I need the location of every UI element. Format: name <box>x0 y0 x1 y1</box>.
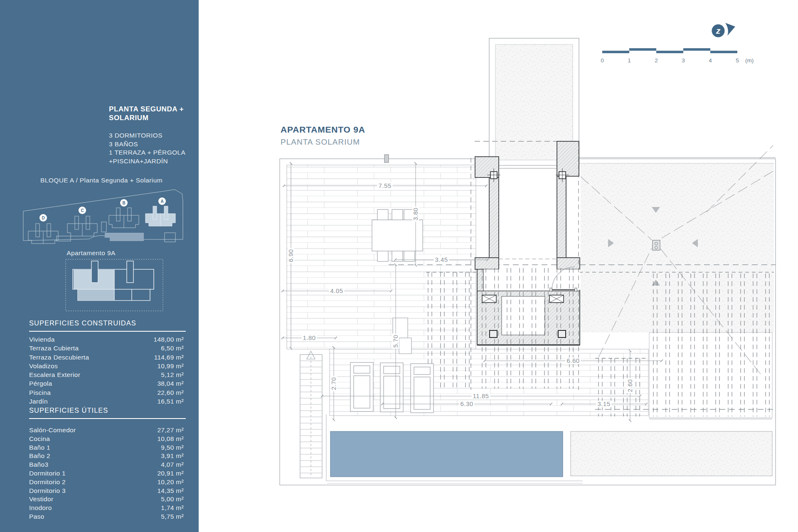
row-value: 3,91 m² <box>161 452 184 460</box>
surfaces-built-table: Vivienda148,00 m² Terraza Cubierta6,50 m… <box>29 336 184 406</box>
dimension-label: 3.15 <box>596 401 611 407</box>
dimension-label: 4.05 <box>329 288 344 294</box>
row-value: 4,07 m² <box>161 461 184 468</box>
table-row: Paso5,75 m² <box>29 513 184 522</box>
table-row: Piscina22,60 m² <box>29 389 184 398</box>
table-row: Vestidor5,00 m² <box>29 495 184 504</box>
row-value: 22,60 m² <box>157 389 184 397</box>
row-label: Baño 2 <box>29 452 50 460</box>
row-value: 6,50 m² <box>161 345 184 352</box>
floor-title: PLANTA SEGUNDA + SOLARIUM <box>109 105 184 122</box>
row-label: Paso <box>29 513 44 520</box>
site-plan-minimap: D C B A <box>20 186 191 249</box>
garden-area <box>571 431 772 476</box>
dimension-label: 3.45 <box>433 256 449 263</box>
dimension-label: 6.90 <box>288 248 294 263</box>
dimension-label: 2.70 <box>330 376 337 391</box>
table-row: Escalera Exterior5,12 m² <box>29 371 184 380</box>
row-label: Terraza Cubierta <box>29 345 79 352</box>
row-value: 5,75 m² <box>161 513 184 520</box>
dimension-label: 3.80 <box>412 206 419 222</box>
feature-item: 3 BAÑOS <box>109 140 185 149</box>
block-label: BLOQUE A / Planta Segunda + Solarium <box>12 177 190 184</box>
row-value: 27,27 m² <box>157 426 184 434</box>
row-value: 10,99 m² <box>157 362 184 370</box>
table-row: Vivienda148,00 m² <box>29 336 184 345</box>
row-label: Dormitorio 3 <box>29 487 66 495</box>
sun-loungers <box>350 362 433 413</box>
table-row: Terraza Cubierta6,50 m² <box>29 345 184 353</box>
row-value: 9,50 m² <box>161 444 184 451</box>
table-row: Pérgola38,04 m² <box>29 380 184 389</box>
dimension-label: 7.55 <box>377 182 392 189</box>
roof-drain <box>653 240 660 250</box>
feature-item: 1 TERRAZA + PÉRGOLA <box>109 148 185 157</box>
info-sidebar: PLANTA SEGUNDA + SOLARIUM 3 DORMITORIOS … <box>0 0 199 532</box>
exterior-staircase <box>300 351 322 478</box>
table-row: Cocina10,08 m² <box>29 435 184 444</box>
floor-title-line2: SOLARIUM <box>109 113 184 122</box>
row-value: 114,69 m² <box>154 354 184 361</box>
table-row: Jardín16,51 m² <box>29 398 184 406</box>
row-value: 5,00 m² <box>161 495 184 503</box>
table-row: Salón-Comedor27,27 m² <box>29 426 184 435</box>
floor-title-line1: PLANTA SEGUNDA + <box>109 105 184 113</box>
surfaces-built-title: SUPERFICIES CONSTRUIDAS <box>29 319 186 332</box>
dimension-label: 2.60 <box>627 378 633 393</box>
edge-column-marker <box>384 155 389 163</box>
row-label: Pérgola <box>29 380 52 387</box>
row-label: Inodoro <box>29 504 52 512</box>
dimension-label: 6.30 <box>459 401 474 407</box>
row-label: Jardín <box>29 398 48 405</box>
table-row: Baño 23,91 m² <box>29 452 184 461</box>
surfaces-useful-table: Salón-Comedor27,27 m² Cocina10,08 m² Bañ… <box>29 426 184 522</box>
row-label: Voladizos <box>29 362 58 370</box>
row-label: Dormitorio 1 <box>29 470 66 477</box>
feature-item: +PISCINA+JARDÍN <box>109 157 185 166</box>
row-value: 20,91 m² <box>157 470 184 477</box>
table-row: Dormitorio 210,20 m² <box>29 478 184 487</box>
dimension-label: 5.70 <box>392 333 399 349</box>
badge-a: A <box>160 199 163 204</box>
row-value: 38,04 m² <box>157 380 184 387</box>
row-label: Vestidor <box>29 495 53 503</box>
row-label: Baño3 <box>29 461 48 468</box>
table-row: Terraza Descubierta114,69 m² <box>29 354 184 362</box>
row-value: 16,51 m² <box>157 398 184 405</box>
dimension-label: 1.80 <box>301 335 317 341</box>
table-row: Voladizos10,99 m² <box>29 362 184 371</box>
table-row: Dormitorio 120,91 m² <box>29 470 184 478</box>
floor-plan-drawing <box>274 33 781 495</box>
row-label: Terraza Descubierta <box>29 354 89 361</box>
row-label: Vivienda <box>29 336 55 343</box>
dimension-label: 11.85 <box>472 393 490 399</box>
row-label: Piscina <box>29 389 51 397</box>
row-value: 1,74 m² <box>161 504 184 512</box>
table-row: Baño34,07 m² <box>29 461 184 470</box>
badge-c: C <box>81 208 84 213</box>
feature-list: 3 DORMITORIOS 3 BAÑOS 1 TERRAZA + PÉRGOL… <box>109 131 185 165</box>
floor-plan: 7.55 3.80 6.90 3.45 4.05 1.80 5.70 2.70 … <box>274 33 781 495</box>
dimension-label: 6.60 <box>565 357 581 364</box>
row-value: 10,20 m² <box>157 478 184 486</box>
table-row: Dormitorio 314,35 m² <box>29 487 184 496</box>
row-value: 148,00 m² <box>154 336 184 343</box>
unit-diagram <box>62 256 166 314</box>
badge-d: D <box>42 216 44 220</box>
table-row: Inodoro1,74 m² <box>29 504 184 513</box>
row-value: 5,12 m² <box>161 371 184 379</box>
feature-item: 3 DORMITORIOS <box>109 131 185 140</box>
row-label: Baño 1 <box>29 444 50 451</box>
table-row: Baño 19,50 m² <box>29 444 184 453</box>
badge-b: B <box>122 201 125 205</box>
row-label: Escalera Exterior <box>29 371 80 379</box>
row-value: 10,08 m² <box>157 435 184 443</box>
roof-gravel-area <box>581 163 774 332</box>
surfaces-useful-title: SUPERFICIES ÚTILES <box>29 406 186 419</box>
row-label: Salón-Comedor <box>29 426 76 434</box>
row-label: Cocina <box>29 435 50 443</box>
row-label: Dormitorio 2 <box>29 478 66 486</box>
row-value: 14,35 m² <box>157 487 184 495</box>
